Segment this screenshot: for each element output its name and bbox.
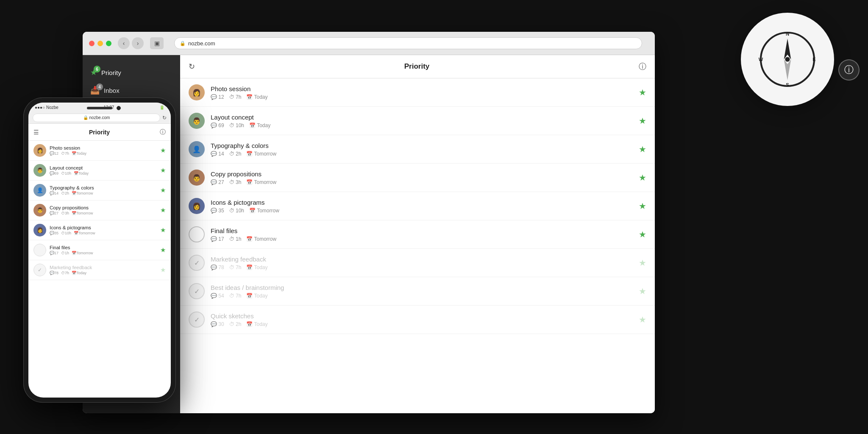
refresh-icon[interactable]: ↻ [189,62,195,71]
task-info: Best ideas / brainstorming 💬 54 ⏱ 7h 📅 T… [211,284,633,299]
time-estimate: ⏱ 10h [229,122,244,128]
task-star-icon[interactable]: ★ [639,172,646,183]
phone-star-icon[interactable]: ★ [160,266,166,274]
phone-comment-count: 💬35 [50,231,58,235]
phone-task-name: Layout concept [50,165,157,170]
phone-task-item[interactable]: 👨 Layout concept 💬69 ⏱10h 📅Today ★ [28,161,171,181]
task-meta: 💬 30 ⏱ 2h 📅 Today [211,321,633,327]
task-item[interactable]: ✓ Marketing feedback 💬 78 ⏱ 7h 📅 Today ★ [180,249,655,277]
task-item[interactable]: 👩 Photo session 💬 12 ⏱ 7h 📅 Today ★ [180,78,655,107]
sidebar-item-priority[interactable]: ★ 6 Priority [83,64,180,81]
phone-battery-icon: 🔋 [159,105,164,110]
phone-star-icon[interactable]: ★ [160,167,166,174]
phone-star-icon[interactable]: ★ [160,147,166,154]
phone-time-estimate: ⏱7h [61,271,69,275]
task-star-icon[interactable]: ★ [639,258,646,268]
time-estimate: ⏱ 1h [229,236,242,242]
phone-reload-icon[interactable]: ↻ [162,115,167,121]
sidebar-toggle-button[interactable]: ▣ [150,37,164,49]
info-icon[interactable]: ⓘ [639,61,646,72]
phone-task-item[interactable]: 👨 Copy propositions 💬27 ⏱3h 📅Tomorrow ★ [28,200,171,220]
task-meta: 💬 14 ⏱ 2h 📅 Tomorrow [211,151,633,157]
back-button[interactable]: ‹ [118,37,130,49]
task-meta: 💬 69 ⏱ 10h 📅 Today [211,122,633,128]
comment-count: 💬 54 [211,293,224,299]
address-bar[interactable]: 🔒 nozbe.com [174,37,642,49]
task-info: Quick sketches 💬 30 ⏱ 2h 📅 Today [211,312,633,327]
phone-time-estimate: ⏱1h [61,251,69,255]
task-avatar: 👨 [189,170,205,186]
comment-count: 💬 17 [211,236,224,242]
phone-due-date: 📅Today [72,151,86,156]
info-circle-decoration: ⓘ [838,59,860,81]
task-star-icon[interactable]: ★ [639,229,646,239]
phone-camera [117,106,121,110]
comment-count: 💬 35 [211,208,224,214]
time-estimate: ⏱ 7h [229,293,242,299]
task-star-icon[interactable]: ★ [639,144,646,154]
task-name: Copy propositions [211,170,633,178]
task-name: Marketing feedback [211,256,633,263]
phone-menu-icon[interactable]: ☰ [33,129,39,136]
phone-task-meta: 💬17 ⏱1h 📅Tomorrow [50,251,157,255]
phone-info-icon[interactable]: ⓘ [160,128,166,136]
compass-icon: N S E W [758,30,817,89]
forward-button[interactable]: › [132,37,144,49]
phone-task-item[interactable]: Final files 💬17 ⏱1h 📅Tomorrow ★ [28,240,171,260]
task-avatar: 👤 [189,141,205,157]
phone-mockup: ●●●○ Nozbe 13:07 🔋 🔒 nozbe.com ↻ ☰ Prior… [23,97,176,403]
phone-url-input[interactable]: 🔒 nozbe.com [33,114,160,122]
phone-time-estimate: ⏱2h [61,191,69,195]
close-button[interactable] [89,41,95,46]
task-item[interactable]: ✓ Quick sketches 💬 30 ⏱ 2h 📅 Today ★ [180,306,655,334]
phone-star-icon[interactable]: ★ [160,246,166,254]
phone-task-name: Typography & colors [50,185,157,190]
task-star-icon[interactable]: ★ [639,87,646,97]
phone-task-meta: 💬14 ⏱2h 📅Tomorrow [50,191,157,195]
phone-time-estimate: ⏱7h [61,151,69,156]
task-name: Typography & colors [211,142,633,149]
due-date: 📅 Tomorrow [246,236,276,242]
nav-buttons: ‹ › [118,37,144,49]
phone-task-item[interactable]: ✓ Marketing feedback 💬78 ⏱7h 📅Today ★ [28,260,171,280]
task-star-icon[interactable]: ★ [639,116,646,126]
task-check-circle: ✓ [189,255,205,271]
task-name: Photo session [211,85,633,92]
task-meta: 💬 35 ⏱ 10h 📅 Tomorrow [211,208,633,214]
phone-star-icon[interactable]: ★ [160,186,166,194]
sidebar-item-inbox[interactable]: 📥 4 Inbox [83,81,180,99]
task-item[interactable]: Final files 💬 17 ⏱ 1h 📅 Tomorrow ★ [180,220,655,249]
task-item[interactable]: 👨 Layout concept 💬 69 ⏱ 10h 📅 Today ★ [180,107,655,135]
task-item[interactable]: 👩 Icons & pictograms 💬 35 ⏱ 10h 📅 Tomorr… [180,192,655,220]
phone-comment-count: 💬69 [50,171,58,175]
phone-comment-count: 💬27 [50,211,58,215]
task-star-icon[interactable]: ★ [639,286,646,296]
task-star-icon[interactable]: ★ [639,314,646,325]
phone-star-icon[interactable]: ★ [160,206,166,214]
inbox-badge: 4 [96,83,103,90]
phone-task-list: 👩 Photo session 💬12 ⏱7h 📅Today ★ 👨 Layou… [28,141,171,398]
time-estimate: ⏱ 2h [229,151,242,157]
task-item[interactable]: 👨 Copy propositions 💬 27 ⏱ 3h 📅 Tomorrow… [180,164,655,192]
phone-signal-text: ●●●○ Nozbe [35,105,58,110]
task-item[interactable]: ✓ Best ideas / brainstorming 💬 54 ⏱ 7h 📅… [180,277,655,306]
phone-comment-count: 💬78 [50,271,58,275]
phone-task-item[interactable]: 👩 Icons & pictograms 💬35 ⏱10h 📅Tomorrow … [28,220,171,240]
phone-task-meta: 💬78 ⏱7h 📅Today [50,271,157,275]
phone-task-meta: 💬12 ⏱7h 📅Today [50,151,157,156]
phone-due-date: 📅Today [74,171,89,175]
phone-task-item[interactable]: 👤 Typography & colors 💬14 ⏱2h 📅Tomorrow … [28,181,171,200]
svg-text:W: W [759,57,763,62]
minimize-button[interactable] [97,41,103,46]
phone-url-bar: 🔒 nozbe.com ↻ [28,112,171,124]
task-name: Final files [211,227,633,234]
task-star-icon[interactable]: ★ [639,201,646,211]
phone-task-item[interactable]: 👩 Photo session 💬12 ⏱7h 📅Today ★ [28,141,171,161]
maximize-button[interactable] [106,41,111,46]
phone-screen: ●●●○ Nozbe 13:07 🔋 🔒 nozbe.com ↻ ☰ Prior… [28,103,171,398]
priority-star-icon: ★ 6 [90,68,97,77]
phone-star-icon[interactable]: ★ [160,226,166,234]
task-item[interactable]: 👤 Typography & colors 💬 14 ⏱ 2h 📅 Tomorr… [180,135,655,164]
task-list: 👩 Photo session 💬 12 ⏱ 7h 📅 Today ★ 👨 La… [180,78,655,413]
phone-due-date: 📅Tomorrow [72,211,93,215]
